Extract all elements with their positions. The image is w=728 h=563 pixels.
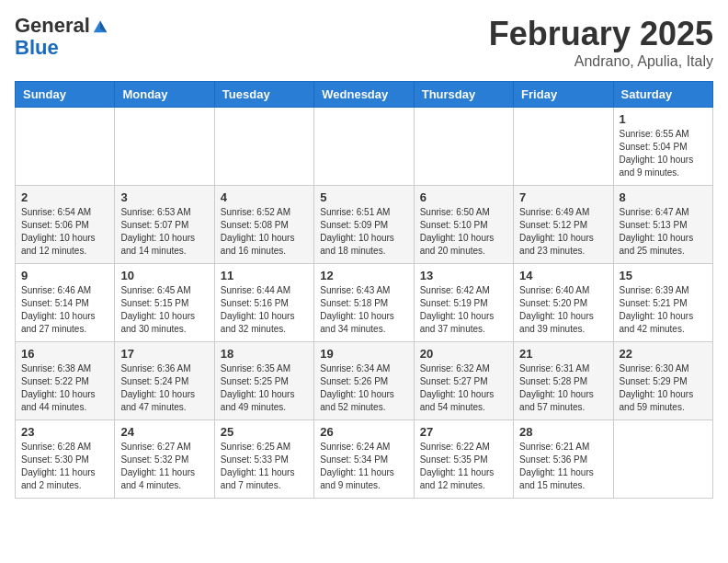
calendar-cell: 23Sunrise: 6:28 AM Sunset: 5:30 PM Dayli…	[16, 420, 115, 499]
day-number: 25	[221, 425, 308, 439]
calendar-cell: 19Sunrise: 6:34 AM Sunset: 5:26 PM Dayli…	[314, 342, 414, 420]
calendar-cell: 3Sunrise: 6:53 AM Sunset: 5:07 PM Daylig…	[115, 186, 214, 264]
day-info: Sunrise: 6:51 AM Sunset: 5:09 PM Dayligh…	[320, 206, 407, 258]
day-info: Sunrise: 6:38 AM Sunset: 5:22 PM Dayligh…	[21, 362, 108, 414]
logo-icon	[92, 17, 108, 34]
day-number: 6	[420, 190, 507, 204]
day-info: Sunrise: 6:35 AM Sunset: 5:25 PM Dayligh…	[221, 362, 308, 414]
location: Andrano, Apulia, Italy	[489, 53, 713, 70]
week-row-2: 2Sunrise: 6:54 AM Sunset: 5:06 PM Daylig…	[16, 186, 713, 264]
calendar-cell: 16Sunrise: 6:38 AM Sunset: 5:22 PM Dayli…	[16, 342, 115, 420]
calendar-cell: 28Sunrise: 6:21 AM Sunset: 5:36 PM Dayli…	[514, 420, 613, 499]
day-info: Sunrise: 6:49 AM Sunset: 5:12 PM Dayligh…	[519, 206, 607, 258]
calendar-cell: 14Sunrise: 6:40 AM Sunset: 5:20 PM Dayli…	[514, 264, 613, 342]
day-info: Sunrise: 6:44 AM Sunset: 5:16 PM Dayligh…	[221, 284, 308, 336]
day-info: Sunrise: 6:52 AM Sunset: 5:08 PM Dayligh…	[221, 206, 308, 258]
day-number: 16	[21, 347, 108, 361]
calendar-cell	[613, 420, 712, 499]
logo-general: General	[15, 15, 90, 37]
calendar-cell: 15Sunrise: 6:39 AM Sunset: 5:21 PM Dayli…	[613, 264, 712, 342]
day-info: Sunrise: 6:42 AM Sunset: 5:19 PM Dayligh…	[420, 284, 507, 336]
day-info: Sunrise: 6:46 AM Sunset: 5:14 PM Dayligh…	[21, 284, 108, 336]
week-row-5: 23Sunrise: 6:28 AM Sunset: 5:30 PM Dayli…	[16, 420, 713, 499]
day-number: 12	[320, 269, 407, 282]
day-info: Sunrise: 6:22 AM Sunset: 5:35 PM Dayligh…	[420, 441, 507, 492]
day-number: 28	[519, 425, 607, 439]
month-title: February 2025	[489, 15, 713, 53]
calendar: SundayMondayTuesdayWednesdayThursdayFrid…	[15, 81, 713, 499]
day-info: Sunrise: 6:34 AM Sunset: 5:26 PM Dayligh…	[320, 362, 407, 414]
calendar-cell	[16, 108, 115, 186]
day-number: 3	[120, 190, 208, 204]
calendar-cell: 4Sunrise: 6:52 AM Sunset: 5:08 PM Daylig…	[214, 186, 313, 264]
day-number: 4	[221, 190, 308, 204]
day-info: Sunrise: 6:53 AM Sunset: 5:07 PM Dayligh…	[120, 206, 208, 258]
weekday-sunday: Sunday	[16, 82, 115, 108]
day-number: 26	[320, 425, 407, 439]
day-info: Sunrise: 6:30 AM Sunset: 5:29 PM Dayligh…	[620, 362, 707, 414]
day-info: Sunrise: 6:28 AM Sunset: 5:30 PM Dayligh…	[21, 441, 108, 492]
day-number: 24	[120, 425, 208, 439]
day-number: 20	[420, 347, 507, 361]
day-number: 22	[620, 347, 707, 361]
calendar-cell: 7Sunrise: 6:49 AM Sunset: 5:12 PM Daylig…	[514, 186, 613, 264]
calendar-cell: 8Sunrise: 6:47 AM Sunset: 5:13 PM Daylig…	[613, 186, 712, 264]
day-number: 10	[120, 269, 208, 282]
calendar-cell: 21Sunrise: 6:31 AM Sunset: 5:28 PM Dayli…	[514, 342, 613, 420]
day-info: Sunrise: 6:43 AM Sunset: 5:18 PM Dayligh…	[320, 284, 407, 336]
day-number: 21	[519, 347, 607, 361]
week-row-1: 1Sunrise: 6:55 AM Sunset: 5:04 PM Daylig…	[16, 108, 713, 186]
calendar-cell: 2Sunrise: 6:54 AM Sunset: 5:06 PM Daylig…	[16, 186, 115, 264]
day-number: 8	[620, 190, 707, 204]
calendar-cell	[414, 108, 513, 186]
day-number: 27	[420, 425, 507, 439]
calendar-cell: 25Sunrise: 6:25 AM Sunset: 5:33 PM Dayli…	[214, 420, 313, 499]
day-info: Sunrise: 6:50 AM Sunset: 5:10 PM Dayligh…	[420, 206, 507, 258]
day-number: 15	[620, 269, 707, 282]
weekday-header-row: SundayMondayTuesdayWednesdayThursdayFrid…	[16, 82, 713, 108]
day-info: Sunrise: 6:31 AM Sunset: 5:28 PM Dayligh…	[519, 362, 607, 414]
day-info: Sunrise: 6:21 AM Sunset: 5:36 PM Dayligh…	[519, 441, 607, 492]
calendar-cell: 1Sunrise: 6:55 AM Sunset: 5:04 PM Daylig…	[613, 108, 712, 186]
day-number: 9	[21, 269, 108, 282]
weekday-tuesday: Tuesday	[214, 82, 313, 108]
calendar-cell: 13Sunrise: 6:42 AM Sunset: 5:19 PM Dayli…	[414, 264, 513, 342]
week-row-3: 9Sunrise: 6:46 AM Sunset: 5:14 PM Daylig…	[16, 264, 713, 342]
calendar-cell: 10Sunrise: 6:45 AM Sunset: 5:15 PM Dayli…	[115, 264, 214, 342]
day-number: 1	[620, 112, 707, 126]
calendar-cell: 11Sunrise: 6:44 AM Sunset: 5:16 PM Dayli…	[214, 264, 313, 342]
day-number: 14	[519, 269, 607, 282]
day-info: Sunrise: 6:36 AM Sunset: 5:24 PM Dayligh…	[120, 362, 208, 414]
calendar-cell: 5Sunrise: 6:51 AM Sunset: 5:09 PM Daylig…	[314, 186, 414, 264]
day-info: Sunrise: 6:47 AM Sunset: 5:13 PM Dayligh…	[620, 206, 707, 258]
calendar-cell: 17Sunrise: 6:36 AM Sunset: 5:24 PM Dayli…	[115, 342, 214, 420]
day-info: Sunrise: 6:32 AM Sunset: 5:27 PM Dayligh…	[420, 362, 507, 414]
day-info: Sunrise: 6:39 AM Sunset: 5:21 PM Dayligh…	[620, 284, 707, 336]
day-info: Sunrise: 6:40 AM Sunset: 5:20 PM Dayligh…	[519, 284, 607, 336]
calendar-cell: 27Sunrise: 6:22 AM Sunset: 5:35 PM Dayli…	[414, 420, 513, 499]
calendar-cell: 20Sunrise: 6:32 AM Sunset: 5:27 PM Dayli…	[414, 342, 513, 420]
day-number: 23	[21, 425, 108, 439]
calendar-cell: 24Sunrise: 6:27 AM Sunset: 5:32 PM Dayli…	[115, 420, 214, 499]
weekday-monday: Monday	[115, 82, 214, 108]
calendar-cell	[214, 108, 313, 186]
weekday-saturday: Saturday	[613, 82, 712, 108]
day-info: Sunrise: 6:27 AM Sunset: 5:32 PM Dayligh…	[120, 441, 208, 492]
calendar-cell: 12Sunrise: 6:43 AM Sunset: 5:18 PM Dayli…	[314, 264, 414, 342]
week-row-4: 16Sunrise: 6:38 AM Sunset: 5:22 PM Dayli…	[16, 342, 713, 420]
day-info: Sunrise: 6:54 AM Sunset: 5:06 PM Dayligh…	[21, 206, 108, 258]
day-number: 2	[21, 190, 108, 204]
calendar-cell: 6Sunrise: 6:50 AM Sunset: 5:10 PM Daylig…	[414, 186, 513, 264]
day-number: 17	[120, 347, 208, 361]
weekday-thursday: Thursday	[414, 82, 513, 108]
logo-blue: Blue	[15, 36, 59, 59]
day-number: 19	[320, 347, 407, 361]
calendar-cell	[514, 108, 613, 186]
weekday-wednesday: Wednesday	[314, 82, 414, 108]
calendar-cell: 9Sunrise: 6:46 AM Sunset: 5:14 PM Daylig…	[16, 264, 115, 342]
day-info: Sunrise: 6:24 AM Sunset: 5:34 PM Dayligh…	[320, 441, 407, 492]
day-number: 11	[221, 269, 308, 282]
weekday-friday: Friday	[514, 82, 613, 108]
calendar-cell: 22Sunrise: 6:30 AM Sunset: 5:29 PM Dayli…	[613, 342, 712, 420]
calendar-cell: 26Sunrise: 6:24 AM Sunset: 5:34 PM Dayli…	[314, 420, 414, 499]
